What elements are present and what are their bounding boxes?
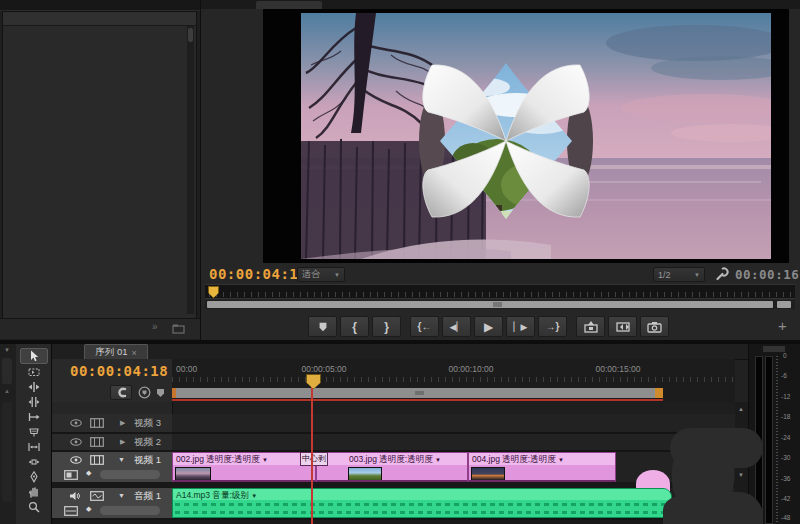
sequence-tab-label: 序列 01 — [95, 346, 127, 359]
set-display-style-icon[interactable] — [64, 470, 78, 480]
add-marker-button[interactable] — [308, 316, 337, 337]
set-display-style-icon[interactable] — [64, 506, 78, 516]
monitor-ruler[interactable] — [205, 284, 795, 299]
monitor-tab[interactable] — [256, 1, 322, 9]
mark-in-button[interactable]: { — [340, 316, 369, 337]
fit-dropdown[interactable]: 适合 ▼ — [297, 267, 345, 282]
chevron-down-icon[interactable]: ▼ — [4, 347, 10, 353]
timeline-current-timecode[interactable]: 00:00:04:18 — [70, 363, 168, 379]
step-back-button[interactable]: ◀▏ — [442, 316, 471, 337]
snap-button[interactable] — [110, 385, 132, 400]
toggle-track-output-icon[interactable] — [70, 456, 82, 464]
export-frame-button[interactable] — [640, 316, 669, 337]
close-icon[interactable]: × — [131, 348, 136, 358]
clip-003[interactable]: 003.jpg 透明度:透明度 ▼ — [316, 452, 468, 482]
clip-fx-label[interactable]: 透明度:透明度 — [379, 454, 432, 464]
monitor-current-timecode[interactable]: 00:00:04:18 — [209, 266, 307, 282]
zoom-tool[interactable] — [21, 500, 47, 514]
chevron-down-icon[interactable]: ▼ — [558, 457, 564, 463]
clip-fx-label[interactable]: 透明度:透明度 — [206, 454, 259, 464]
track-label: 视频 1 — [134, 454, 161, 467]
collapse-track-icon[interactable]: ▼ — [118, 492, 125, 499]
collapse-track-icon[interactable]: ▼ — [118, 456, 125, 463]
chevron-up-icon[interactable]: ▲ — [4, 388, 10, 394]
work-area-end-handle[interactable] — [655, 388, 663, 398]
track-lane-video2[interactable] — [172, 434, 735, 452]
scrollbar-thumb[interactable] — [188, 28, 193, 42]
dock-strip: ▼ ▲ — [0, 344, 17, 524]
keyframe-icon[interactable]: ◆ — [86, 505, 91, 513]
goto-out-button[interactable]: →} — [538, 316, 567, 337]
sequence-tab[interactable]: 序列 01 × — [84, 344, 148, 360]
chevron-down-icon[interactable]: ▼ — [435, 457, 441, 463]
keyframe-nav-pill[interactable] — [100, 506, 160, 515]
new-bin-icon[interactable] — [172, 324, 185, 334]
clip-004[interactable]: 004.jpg 透明度:透明度 ▼ — [468, 452, 616, 482]
work-area-bar[interactable] — [172, 388, 663, 398]
encore-chapter-marker-icon[interactable] — [138, 386, 151, 399]
add-button[interactable]: + — [778, 317, 787, 334]
mark-out-button[interactable]: } — [372, 316, 401, 337]
clip-fx-label[interactable]: 音量:级别 — [212, 490, 248, 500]
clip-fx-label[interactable]: 透明度:透明度 — [502, 454, 555, 464]
meter-scale-label: -36 — [781, 475, 790, 482]
clip-002[interactable]: 002.jpg 透明度:透明度 ▼ — [172, 452, 316, 482]
left-panel-toolbar — [3, 12, 196, 26]
transition-center-peel[interactable]: 中心剥 — [300, 452, 328, 466]
hand-icon — [28, 486, 40, 498]
scroll-up-icon[interactable]: ▲ — [738, 406, 744, 412]
hand-tool[interactable] — [21, 485, 47, 499]
meters-tab[interactable] — [763, 346, 785, 352]
lift-button[interactable] — [576, 316, 605, 337]
track-header-video1[interactable]: ▼ 视频 1 ◆ — [52, 452, 172, 484]
clip-thumbnail — [348, 467, 382, 481]
slide-tool[interactable] — [21, 455, 47, 469]
slip-tool[interactable] — [21, 440, 47, 454]
step-forward-button[interactable]: ▏▶ — [506, 316, 535, 337]
rate-stretch-tool[interactable] — [21, 410, 47, 424]
extract-button[interactable] — [608, 316, 637, 337]
resolution-dropdown[interactable]: 1/2 ▼ — [653, 267, 705, 282]
slide-icon — [28, 456, 40, 468]
flyout-icon[interactable]: » — [152, 321, 158, 332]
unnumbered-marker-icon[interactable] — [156, 388, 165, 398]
track-header-video3[interactable]: ▶ 视频 3 — [52, 414, 172, 434]
clip-a14-audio[interactable]: A14.mp3 音量:级别 ▼ — [172, 488, 672, 518]
toggle-track-output-icon[interactable] — [70, 438, 82, 446]
monitor-scrollbar[interactable] — [205, 300, 795, 309]
razor-tool[interactable] — [21, 425, 47, 439]
track-select-tool[interactable] — [21, 365, 47, 379]
track-label: 视频 3 — [134, 417, 161, 430]
selection-tool[interactable] — [20, 348, 48, 364]
magnet-icon — [116, 387, 127, 398]
keyframe-icon[interactable]: ◆ — [86, 469, 91, 477]
keyframe-nav-pill[interactable] — [100, 470, 160, 479]
work-area-start-handle[interactable] — [172, 388, 176, 398]
lift-icon — [583, 321, 599, 333]
track-label: 视频 2 — [134, 436, 161, 449]
left-panel-scrollbar[interactable] — [187, 26, 194, 314]
clip-name: A14.mp3 — [176, 490, 210, 500]
scrollbar-center-grip[interactable] — [493, 302, 502, 307]
speaker-icon[interactable] — [69, 491, 80, 501]
chevron-down-icon[interactable]: ▼ — [262, 457, 268, 463]
track-lane-video3[interactable] — [172, 414, 735, 434]
ruler-label: 00:00:15:00 — [596, 364, 641, 374]
track-header-video2[interactable]: ▶ 视频 2 — [52, 434, 172, 452]
playhead-line[interactable] — [311, 386, 313, 524]
ripple-edit-tool[interactable] — [21, 380, 47, 394]
toggle-track-output-icon[interactable] — [70, 419, 82, 427]
settings-wrench-icon[interactable] — [715, 267, 729, 281]
goto-in-button[interactable]: {← — [410, 316, 439, 337]
expand-track-icon[interactable]: ▶ — [120, 419, 125, 427]
expand-track-icon[interactable]: ▶ — [120, 438, 125, 446]
rolling-edit-tool[interactable] — [21, 395, 47, 409]
chevron-down-icon: ▼ — [334, 272, 340, 278]
scroll-down-icon[interactable]: ▼ — [738, 472, 744, 478]
work-area-center-grip[interactable] — [415, 391, 424, 395]
pen-tool[interactable] — [21, 470, 47, 484]
play-button[interactable]: ▶ — [474, 316, 503, 337]
track-header-audio1[interactable]: ▼ 音频 1 ◆ — [52, 488, 172, 520]
chevron-down-icon[interactable]: ▼ — [251, 493, 257, 499]
meter-scale-label: -12 — [781, 393, 790, 400]
